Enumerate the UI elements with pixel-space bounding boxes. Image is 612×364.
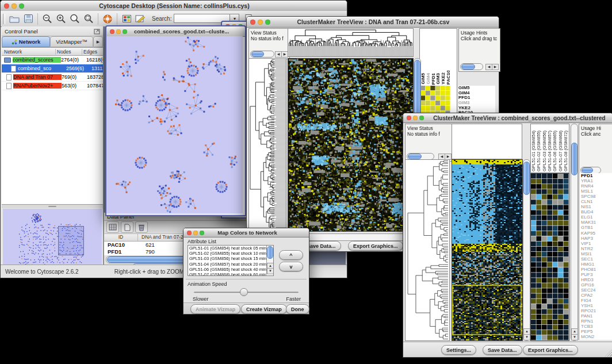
tv2-save-data-button[interactable]: Save Data...	[483, 345, 522, 355]
new-attribute-button[interactable]	[121, 221, 133, 233]
tv2-export-graphics-button[interactable]: Export Graphics...	[523, 345, 578, 355]
scroll-right-icon[interactable]: ▶	[492, 64, 499, 70]
minimize-icon[interactable]	[116, 29, 121, 34]
resize-grip[interactable]	[605, 350, 612, 357]
save-button[interactable]	[21, 13, 35, 25]
gene-label[interactable]: ELG1	[581, 214, 612, 220]
float-panel-icon[interactable]	[94, 28, 101, 35]
move-up-button[interactable]: ^	[279, 250, 303, 260]
gene-label[interactable]: NIS1	[581, 204, 612, 209]
array-column-label[interactable]: GPL51-07 (GSM868)	[558, 131, 563, 171]
tab-network[interactable]: Network	[2, 36, 50, 47]
treeview2-titlebar[interactable]: ClusterMaker TreeView : combined_scores_…	[403, 113, 612, 123]
tv1-zoom-heatmap[interactable]	[420, 86, 450, 116]
network-list-row[interactable]: RNAPuberNov2+ 563(0) 107847(0)	[2, 82, 103, 90]
close-icon[interactable]	[187, 231, 192, 235]
network-list-row[interactable]: DNA and Tran 07 769(0) 183728(0)	[2, 73, 103, 82]
close-icon[interactable]	[110, 29, 114, 34]
gene-label[interactable]: SPC98	[581, 194, 612, 199]
gene-label[interactable]: RNR4	[581, 183, 612, 189]
speed-slider-thumb[interactable]	[240, 288, 248, 296]
vizmapper-button[interactable]	[120, 13, 133, 25]
array-column-label[interactable]: GPL51-03 (GSM856)	[542, 131, 547, 171]
treeview1-titlebar[interactable]: ClusterMaker TreeView : DNA and Tran 07-…	[247, 17, 499, 28]
gene-label[interactable]: MSI1	[581, 251, 612, 256]
tv1-row-dendrogram[interactable]	[248, 58, 286, 232]
attribute-list-scrollbar[interactable]: ▲ ▼	[266, 246, 273, 274]
gene-label[interactable]: MON2	[581, 334, 612, 339]
zoom-window-icon[interactable]	[265, 20, 270, 25]
window-controls[interactable]	[4, 3, 24, 9]
gene-label[interactable]: MAK31	[581, 220, 612, 225]
done-button[interactable]: Done	[286, 304, 309, 314]
gene-label[interactable]: MSL1	[581, 189, 612, 194]
gene-label[interactable]: PHO81	[581, 267, 612, 272]
gene-label[interactable]: BUD4	[581, 209, 612, 214]
panel-splitter[interactable]	[2, 205, 103, 208]
attribute-list-item[interactable]: GPL51-03 (GSM856) heat shock 15 min	[188, 256, 267, 261]
attribute-list-item[interactable]: GPL51-06 (GSM865) heat shock 40 min	[188, 267, 267, 272]
gene-label[interactable]: PFD1	[581, 173, 612, 178]
network-table-header[interactable]: Network Nodes Edges	[2, 48, 103, 56]
gene-label[interactable]: CPA2	[581, 293, 612, 298]
close-icon[interactable]	[250, 20, 255, 25]
zoom-window-icon[interactable]	[419, 116, 424, 120]
gene-label[interactable]: PEP5	[581, 329, 612, 334]
gene-column-label[interactable]: YKE2	[441, 72, 446, 85]
create-vizmap-button[interactable]: Create Vizmap	[241, 304, 287, 314]
gene-label[interactable]: RPN1	[581, 319, 612, 324]
scroll-down-icon[interactable]: ▼	[571, 334, 578, 340]
scroll-down-icon[interactable]: ▼	[523, 334, 530, 340]
gene-label[interactable]: PAN1	[581, 313, 612, 319]
gene-label[interactable]: HAP3	[581, 236, 612, 241]
scroll-down-icon[interactable]: ▼	[267, 268, 274, 274]
attribute-list-item[interactable]: GPL51-02 (GSM855) heat shock 10 min	[188, 251, 267, 256]
gene-column-label[interactable]: GIM5	[420, 73, 426, 85]
zoom-window-icon[interactable]	[123, 29, 127, 34]
array-column-label[interactable]: GPL51-02 (GSM855)	[536, 131, 541, 171]
zoom-out-button[interactable]	[40, 13, 54, 25]
tv2-settings-button[interactable]: Settings...	[441, 345, 476, 355]
gene-label[interactable]: KAP95	[581, 231, 612, 236]
attribute-listbox[interactable]: GPL51-01 (GSM854) heat shock 05 minGPL51…	[188, 245, 274, 276]
delete-attribute-button[interactable]	[135, 221, 148, 233]
help-button[interactable]	[101, 13, 114, 25]
open-file-button[interactable]	[7, 13, 21, 25]
dialog-titlebar[interactable]: Map Colors to Network	[183, 228, 309, 237]
zoom-selected-button[interactable]	[82, 13, 95, 25]
attribute-list-item[interactable]: GPL51-07 (GSM868) heat shock 60 min	[188, 272, 267, 276]
network-list-row[interactable]: combined_sco 2569(6) 13112(15)	[2, 64, 103, 73]
gene-label[interactable]: RPO21	[581, 308, 612, 313]
gene-column-label[interactable]: GIM3	[435, 73, 441, 85]
network-list-empty-area[interactable]	[2, 90, 103, 205]
gene-label[interactable]: YSH1	[581, 303, 612, 308]
gene-label[interactable]: HRD3	[581, 277, 612, 282]
tv2-zoom-heatmap[interactable]	[530, 173, 569, 341]
zoom-window-icon[interactable]	[19, 3, 24, 9]
annotation-button[interactable]	[133, 13, 147, 25]
gene-label[interactable]: FIG4	[581, 298, 612, 303]
minimize-icon[interactable]	[258, 20, 263, 25]
minimize-icon[interactable]	[12, 3, 17, 9]
array-column-label[interactable]: GPL51-08 (GSM872)	[563, 131, 568, 171]
animate-vizmap-button[interactable]: Animate Vizmap	[190, 304, 240, 314]
attribute-select-button[interactable]	[106, 221, 119, 233]
tv2-global-heatmap[interactable]	[452, 159, 523, 341]
array-column-label[interactable]: GPL51-06 (GSM865)	[552, 131, 557, 171]
close-icon[interactable]	[4, 3, 9, 9]
tv2-row-dendrogram[interactable]	[405, 159, 450, 341]
zoom-in-button[interactable]	[54, 13, 68, 25]
tv2-column-dendrogram-area[interactable]	[452, 124, 522, 159]
gene-label[interactable]: CLN1	[581, 199, 612, 204]
move-down-button[interactable]: v	[279, 262, 303, 271]
array-column-label[interactable]: GPL51-04 (GSM857)	[547, 131, 552, 171]
tv2-global-vscrollbar[interactable]: ▲ ▼	[523, 159, 530, 341]
gene-label[interactable]: GPI16	[581, 282, 612, 288]
data-col-id[interactable]: ID	[104, 234, 138, 241]
network-overview-canvas[interactable]	[3, 209, 102, 270]
zoom-window-icon[interactable]	[200, 231, 204, 235]
gene-label[interactable]: GTB1	[581, 225, 612, 230]
attribute-list-item[interactable]: GPL51-01 (GSM854) heat shock 05 min	[188, 246, 267, 251]
tv1-status-scrollbar[interactable]	[250, 51, 274, 58]
gene-label[interactable]: PUF3	[581, 272, 612, 277]
